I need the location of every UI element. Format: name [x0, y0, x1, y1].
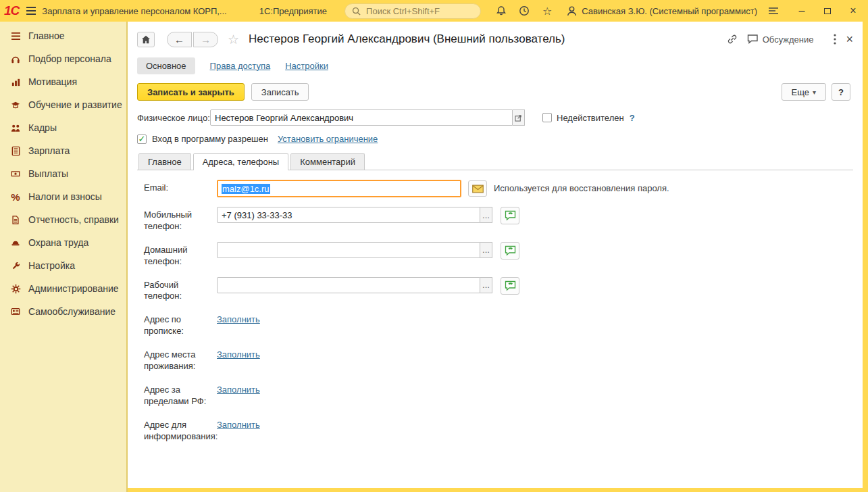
mobile-phone-ellipsis-button[interactable]: ... — [480, 207, 492, 223]
discussion-label: Обсуждение — [763, 34, 814, 45]
work-phone-ellipsis-button[interactable]: ... — [480, 277, 492, 293]
residence-address-label: Адрес места проживания: — [144, 347, 217, 372]
set-restriction-link[interactable]: Установить ограничение — [278, 134, 378, 144]
document-header-tools: Обсуждение × — [727, 32, 853, 47]
work-phone-call-icon[interactable] — [501, 277, 519, 295]
notification-address-fill-link[interactable]: Заполнить — [217, 417, 260, 430]
work-phone-label: Рабочий телефон: — [144, 277, 217, 303]
tab-main[interactable]: Основное — [137, 57, 195, 74]
registration-address-label: Адрес по прописке: — [144, 312, 217, 337]
people-icon — [9, 122, 22, 134]
get-link-icon[interactable] — [727, 34, 738, 45]
add-favorite-star-icon[interactable]: ☆ — [228, 32, 239, 47]
sidebar-item-label: Мотивация — [28, 76, 77, 87]
send-email-button[interactable] — [468, 180, 487, 197]
kebab-menu-icon[interactable] — [834, 34, 836, 45]
residence-address-row: Адрес места проживания: Заполнить — [144, 347, 853, 372]
search-input[interactable] — [365, 5, 474, 17]
discussion-button[interactable]: Обсуждение — [747, 34, 814, 45]
mobile-phone-call-icon[interactable] — [501, 207, 519, 224]
mobile-phone-input[interactable] — [217, 207, 480, 223]
tab-access-rights[interactable]: Права доступа — [210, 61, 271, 71]
abroad-address-row: Адрес за пределами РФ: Заполнить — [144, 382, 853, 408]
maximize-button[interactable] — [822, 5, 833, 16]
maximize-icon — [824, 8, 831, 14]
email-input[interactable]: malz@1c.ru — [217, 180, 461, 197]
notification-address-row: Адрес для информирования: Заполнить — [144, 417, 853, 443]
global-search[interactable] — [344, 3, 481, 19]
minimize-button[interactable]: – — [796, 5, 807, 16]
residence-address-fill-link[interactable]: Заполнить — [217, 347, 260, 360]
sidebar-item-taxes[interactable]: % Налоги и взносы — [0, 185, 126, 208]
registration-address-row: Адрес по прописке: Заполнить — [144, 312, 853, 337]
login-allowed-row: ✓ Вход в программу разрешен Установить о… — [137, 134, 853, 144]
sidebar-item-label: Охрана труда — [28, 237, 88, 248]
logo-1c[interactable]: 1С — [4, 3, 19, 18]
home-phone-call-icon[interactable] — [501, 242, 519, 260]
email-selected-text: malz@1c.ru — [222, 184, 270, 194]
sidebar-item-hr[interactable]: Кадры — [0, 116, 126, 139]
save-button[interactable]: Записать — [251, 83, 309, 101]
save-and-close-button[interactable]: Записать и закрыть — [137, 83, 245, 101]
open-person-button[interactable] — [513, 109, 525, 126]
detail-tab-main[interactable]: Главное — [138, 153, 191, 170]
person-input[interactable] — [210, 109, 513, 126]
calculator-icon — [9, 145, 22, 157]
close-document-icon[interactable]: × — [846, 32, 853, 47]
service-options-icon[interactable] — [768, 4, 779, 18]
home-phone-row: Домашний телефон: ... — [144, 242, 853, 268]
sidebar-item-label: Настройка — [28, 260, 75, 271]
forward-button[interactable]: → — [193, 32, 218, 47]
abroad-address-label: Адрес за пределами РФ: — [144, 382, 217, 408]
invalid-checkbox[interactable] — [542, 113, 552, 122]
close-window-button[interactable]: × — [848, 5, 859, 16]
main-menu-icon[interactable] — [26, 3, 36, 19]
tab-settings[interactable]: Настройки — [285, 61, 328, 71]
platform-title: 1С:Предприятие — [259, 6, 327, 16]
document-area: ← → ☆ Нестеров Георгий Александрович (Вн… — [128, 22, 863, 488]
sidebar-item-education[interactable]: Обучение и развитие — [0, 93, 126, 116]
abroad-address-fill-link[interactable]: Заполнить — [217, 382, 260, 395]
login-allowed-checkbox[interactable]: ✓ — [137, 134, 147, 144]
mobile-phone-row: Мобильный телефон: ... — [144, 207, 853, 232]
history-clock-icon[interactable] — [517, 4, 531, 18]
percent-icon: % — [9, 191, 22, 203]
mobile-phone-label: Мобильный телефон: — [144, 207, 217, 232]
sidebar-item-self-service[interactable]: Самообслуживание — [0, 300, 126, 323]
current-user-name: Савинская З.Ю. (Системный программист) — [582, 6, 757, 16]
sidebar-item-label: Главное — [28, 30, 65, 41]
home-phone-ellipsis-button[interactable]: ... — [480, 242, 492, 258]
sidebar-item-administration[interactable]: Администрирование — [0, 277, 126, 300]
detail-tab-addresses[interactable]: Адреса, телефоны — [193, 153, 289, 170]
app-body: Главное Подбор персонала Мотивация Обуче… — [0, 22, 868, 492]
more-button[interactable]: Еще ▾ — [782, 83, 826, 101]
command-bar-right: Еще ▾ ? — [782, 83, 850, 101]
work-phone-input[interactable] — [217, 277, 480, 293]
help-button[interactable]: ? — [832, 83, 850, 101]
chevron-down-icon: ▾ — [813, 89, 816, 96]
sidebar-item-label: Администрирование — [28, 283, 119, 294]
back-button[interactable]: ← — [167, 32, 192, 47]
sidebar-item-main[interactable]: Главное — [0, 24, 126, 47]
document-title: Нестеров Георгий Александрович (Внешний … — [249, 32, 565, 46]
current-user-button[interactable]: Савинская З.Ю. (Системный программист) — [566, 5, 757, 17]
sidebar-item-label: Обучение и развитие — [28, 99, 122, 110]
home-button[interactable] — [137, 32, 155, 47]
user-avatar-icon — [566, 5, 578, 17]
sidebar-item-salary[interactable]: Зарплата — [0, 139, 126, 162]
sidebar-item-motivation[interactable]: Мотивация — [0, 70, 126, 93]
sidebar-item-label: Подбор персонала — [28, 53, 111, 64]
detail-tab-comment[interactable]: Комментарий — [290, 153, 365, 170]
notifications-bell-icon[interactable] — [494, 4, 508, 18]
sidebar-item-payments[interactable]: Выплаты — [0, 162, 126, 185]
sidebar-item-reports[interactable]: Отчетность, справки — [0, 208, 126, 231]
check-icon: ✓ — [138, 134, 146, 143]
favorites-star-icon[interactable]: ☆ — [540, 4, 554, 18]
history-nav: ← → — [167, 32, 218, 47]
invalid-help-icon[interactable]: ? — [630, 113, 635, 123]
registration-address-fill-link[interactable]: Заполнить — [217, 312, 260, 324]
sidebar-item-labor-safety[interactable]: Охрана труда — [0, 231, 126, 254]
home-phone-input[interactable] — [217, 242, 480, 258]
sidebar-item-setup[interactable]: Настройка — [0, 254, 126, 277]
sidebar-item-recruiting[interactable]: Подбор персонала — [0, 47, 126, 70]
